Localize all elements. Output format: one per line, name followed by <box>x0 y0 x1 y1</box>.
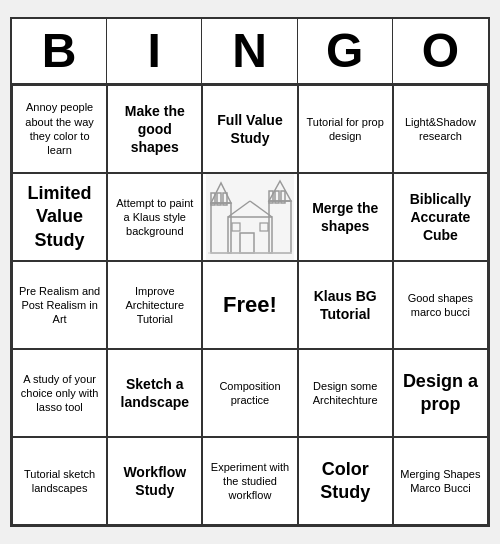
bingo-cell-9: Biblically Accurate Cube <box>393 173 488 261</box>
bingo-cell-5: Limited Value Study <box>12 173 107 261</box>
bingo-cell-3: Tutorial for prop design <box>298 85 393 173</box>
bingo-cell-15: A study of your choice only with lasso t… <box>12 349 107 437</box>
letter-g: G <box>298 19 393 83</box>
bingo-cell-14: Good shapes marco bucci <box>393 261 488 349</box>
letter-b: B <box>12 19 107 83</box>
bingo-cell-21: Workflow Study <box>107 437 202 525</box>
bingo-cell-4: Light&Shadow research <box>393 85 488 173</box>
bingo-cell-2: Full Value Study <box>202 85 297 173</box>
bingo-cell-13: Klaus BG Tutorial <box>298 261 393 349</box>
bingo-cell-19: Design a prop <box>393 349 488 437</box>
bingo-header: B I N G O <box>12 19 488 85</box>
bingo-cell-0: Annoy people about the way they color to… <box>12 85 107 173</box>
bingo-cell-11: Improve Architecture Tutorial <box>107 261 202 349</box>
letter-n: N <box>202 19 297 83</box>
bingo-cell-18: Design some Architechture <box>298 349 393 437</box>
bingo-cell-22: Experiment with the studied workflow <box>202 437 297 525</box>
bingo-cell-1: Make the good shapes <box>107 85 202 173</box>
bingo-cell-6: Attempt to paint a Klaus style backgroun… <box>107 173 202 261</box>
bingo-cell-12: Free! <box>202 261 297 349</box>
letter-i: I <box>107 19 202 83</box>
bingo-cell-16: Sketch a landscape <box>107 349 202 437</box>
bingo-cell-23: Color Study <box>298 437 393 525</box>
bingo-grid: Annoy people about the way they color to… <box>12 85 488 525</box>
bingo-cell-17: Composition practice <box>202 349 297 437</box>
letter-o: O <box>393 19 488 83</box>
bingo-cell-7 <box>202 173 297 261</box>
bingo-cell-8: Merge the shapes <box>298 173 393 261</box>
bingo-cell-10: Pre Realism and Post Realism in Art <box>12 261 107 349</box>
bingo-cell-20: Tutorial sketch landscapes <box>12 437 107 525</box>
bingo-cell-24: Merging Shapes Marco Bucci <box>393 437 488 525</box>
bingo-card: B I N G O Annoy people about the way the… <box>10 17 490 527</box>
